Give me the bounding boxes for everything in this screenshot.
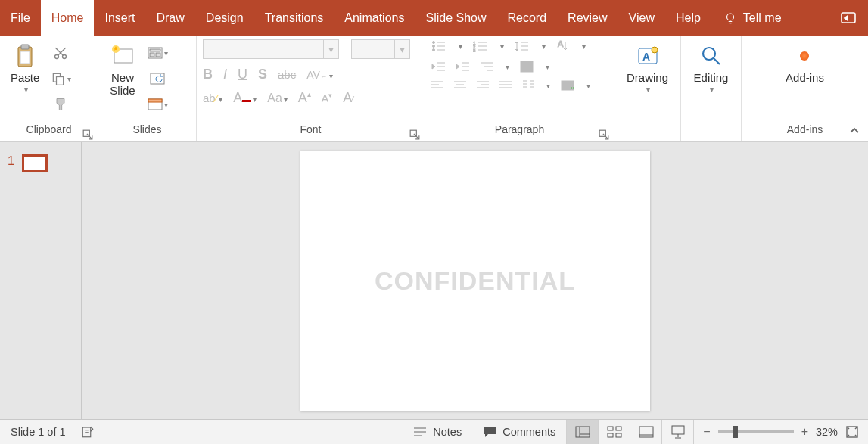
smartart-button[interactable] xyxy=(561,80,574,91)
accessibility-icon[interactable] xyxy=(81,425,95,439)
addins-button[interactable]: Add-ins xyxy=(781,39,829,87)
align-right-button[interactable] xyxy=(477,81,489,90)
font-size-dropdown[interactable]: ▾ xyxy=(395,39,410,59)
list-level-button[interactable] xyxy=(480,61,493,72)
new-slide-button[interactable]: New Slide xyxy=(104,39,141,100)
char-spacing-button[interactable]: AV↔▾ xyxy=(306,69,333,81)
paste-button[interactable]: Paste ▾ xyxy=(6,39,44,97)
layout-button[interactable]: ▾ xyxy=(147,42,168,64)
slide-count-label[interactable]: Slide 1 of 1 xyxy=(11,426,66,438)
chevron-up-icon xyxy=(848,125,860,137)
tell-me[interactable]: Tell me xyxy=(714,0,791,36)
strikethrough-button[interactable]: abc xyxy=(278,68,296,81)
slideshow-view-icon xyxy=(670,425,686,439)
highlight-button[interactable]: ab⁄▾ xyxy=(203,92,222,104)
zoom-slider[interactable] xyxy=(718,430,794,433)
increase-indent-button[interactable] xyxy=(456,61,469,72)
font-family-dropdown[interactable]: ▾ xyxy=(324,39,339,59)
underline-button[interactable]: U xyxy=(238,67,247,82)
change-case-button[interactable]: Aa▾ xyxy=(267,92,288,105)
tab-view[interactable]: View xyxy=(618,0,665,36)
svg-rect-18 xyxy=(148,99,162,102)
group-addins-label: Add-ins xyxy=(787,123,823,135)
section-button[interactable]: ▾ xyxy=(147,94,168,115)
tab-transitions[interactable]: Transitions xyxy=(254,0,334,36)
dialog-launcher-icon[interactable] xyxy=(409,129,420,140)
numbering-button[interactable]: 123 xyxy=(473,40,488,52)
paste-label: Paste xyxy=(11,71,39,84)
tab-draw[interactable]: Draw xyxy=(145,0,194,36)
slideshow-view-button[interactable] xyxy=(662,420,694,444)
font-size-combo[interactable] xyxy=(351,39,395,59)
font-family-combo[interactable] xyxy=(203,39,324,59)
tab-insert[interactable]: Insert xyxy=(94,0,145,36)
share-icon[interactable] xyxy=(839,9,857,27)
ribbon-tab-strip: File Home Insert Draw Design Transitions… xyxy=(0,0,868,36)
line-spacing-button[interactable] xyxy=(515,40,530,52)
align-center-button[interactable] xyxy=(454,81,466,90)
shrink-font-button[interactable]: A▾ xyxy=(322,92,332,104)
reading-view-button[interactable] xyxy=(630,420,662,444)
slide-canvas-area[interactable]: CONFIDENTIAL xyxy=(82,142,868,419)
tab-file[interactable]: File xyxy=(0,0,41,36)
zoom-slider-thumb[interactable] xyxy=(733,426,738,438)
addins-icon xyxy=(800,51,809,61)
tab-record[interactable]: Record xyxy=(497,0,558,36)
columns-button[interactable] xyxy=(522,80,534,91)
view-buttons xyxy=(566,420,694,444)
tab-home[interactable]: Home xyxy=(41,0,95,36)
bullets-button[interactable] xyxy=(431,40,446,52)
tab-design[interactable]: Design xyxy=(195,0,254,36)
tab-animations[interactable]: Animations xyxy=(334,0,415,36)
align-left-button[interactable] xyxy=(431,81,443,90)
bold-button[interactable]: B xyxy=(203,67,213,82)
justify-button[interactable] xyxy=(499,81,512,90)
dialog-launcher-icon[interactable] xyxy=(599,129,609,140)
group-clipboard: Paste ▾ ▾ Clipboard xyxy=(0,36,98,141)
chevron-down-icon: ▾ xyxy=(24,85,28,94)
decrease-indent-button[interactable] xyxy=(431,61,445,72)
notes-button[interactable]: Notes xyxy=(403,420,472,444)
svg-rect-85 xyxy=(672,426,684,434)
zoom-controls: − + 32% xyxy=(694,425,868,439)
zoom-out-button[interactable]: − xyxy=(703,425,710,439)
tab-help[interactable]: Help xyxy=(665,0,711,36)
reading-view-icon xyxy=(639,426,654,438)
drawing-button[interactable]: A Drawing ▾ xyxy=(622,39,673,97)
font-color-button[interactable]: A▾ xyxy=(233,90,257,106)
layout-icon xyxy=(148,47,163,59)
align-text-button[interactable] xyxy=(520,61,534,73)
zoom-percent-label[interactable]: 32% xyxy=(816,426,838,438)
cut-button[interactable] xyxy=(50,42,71,64)
svg-rect-4 xyxy=(20,51,30,64)
thumbnail-number: 1 xyxy=(8,154,14,168)
sorter-view-button[interactable] xyxy=(599,420,630,444)
slide-thumbnail-pane[interactable]: 1 xyxy=(0,142,82,419)
svg-rect-76 xyxy=(576,427,590,437)
text-shadow-button[interactable]: S xyxy=(258,67,267,82)
copy-button[interactable]: ▾ xyxy=(50,68,71,89)
fit-to-window-button[interactable] xyxy=(845,425,859,439)
text-direction-button[interactable]: A xyxy=(556,39,570,53)
normal-view-button[interactable] xyxy=(567,420,599,444)
tab-slideshow[interactable]: Slide Show xyxy=(415,0,496,36)
svg-rect-3 xyxy=(21,45,29,49)
thumbnail-preview[interactable] xyxy=(22,154,48,172)
dialog-launcher-icon[interactable] xyxy=(82,129,93,140)
editing-button[interactable]: Editing ▾ xyxy=(689,39,733,97)
slide-canvas[interactable]: CONFIDENTIAL xyxy=(300,151,650,411)
comments-button[interactable]: Comments xyxy=(472,420,566,444)
reset-button[interactable] xyxy=(147,68,168,89)
normal-view-icon xyxy=(575,426,590,438)
grow-font-button[interactable]: A▴ xyxy=(298,90,311,106)
collapse-ribbon-button[interactable] xyxy=(848,125,860,137)
tab-review[interactable]: Review xyxy=(557,0,618,36)
tell-me-label: Tell me xyxy=(743,11,782,25)
thumbnail-item[interactable]: 1 xyxy=(8,154,73,172)
clear-formatting-button[interactable]: A⁄ xyxy=(343,90,353,106)
group-drawing: A Drawing ▾ xyxy=(614,36,681,141)
drawing-label: Drawing xyxy=(627,71,668,84)
italic-button[interactable]: I xyxy=(223,67,227,82)
format-painter-button[interactable] xyxy=(50,94,71,115)
zoom-in-button[interactable]: + xyxy=(801,425,808,439)
